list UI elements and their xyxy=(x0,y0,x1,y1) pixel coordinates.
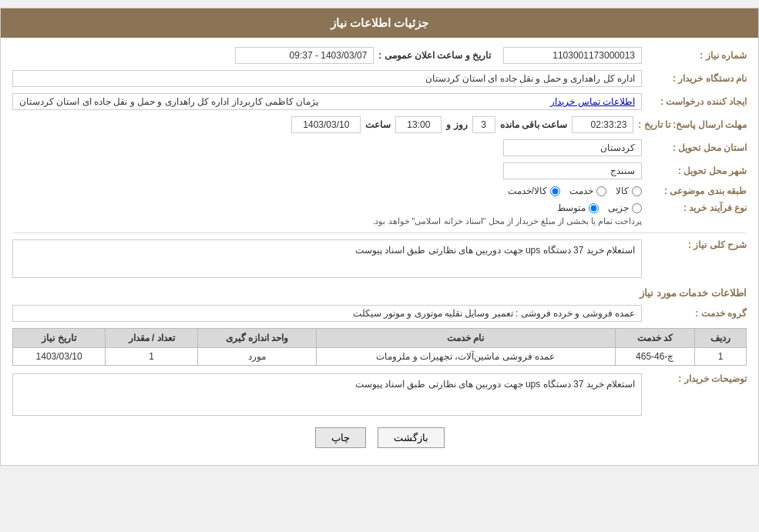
print-button[interactable]: چاپ xyxy=(315,427,366,448)
tabaqe-khedmat-label: خدمت xyxy=(569,186,593,196)
mohlat-label: مهلت ارسال پاسخ: تا تاریخ : xyxy=(638,119,747,130)
tabaqe-label: طبقه بندی موضوعی : xyxy=(646,186,747,196)
tabaqe-kalakhedmat-label: کالا/خدمت xyxy=(508,186,547,196)
table-cell: مورد xyxy=(198,348,317,366)
col-vahed: واحد اندازه گیری xyxy=(198,329,317,348)
tarikh-label: تاریخ و ساعت اعلان عمومی : xyxy=(378,50,491,61)
tozihat-value: استعلام خرید 37 دستگاه ups جهت دوربین ها… xyxy=(12,373,642,416)
table-cell: چ-46-465 xyxy=(615,348,694,366)
table-cell: عمده فروشی ماشین‌آلات، تجهیزات و ملزومات xyxy=(316,348,615,366)
table-cell: 1403/03/10 xyxy=(13,348,106,366)
baghimande-value: 02:33:23 xyxy=(572,116,633,133)
tabaqe-khedmat-item: خدمت xyxy=(569,186,606,196)
noe-note: پرداخت تمام یا بخشی از مبلغ خریدار از مح… xyxy=(12,216,642,226)
sharh-value: استعلام خرید 37 دستگاه ups جهت دوربین ها… xyxy=(12,239,642,278)
table-row: 1چ-46-465عمده فروشی ماشین‌آلات، تجهیزات … xyxy=(13,348,747,366)
col-name: نام خدمت xyxy=(316,329,615,348)
back-button[interactable]: بازگشت xyxy=(378,427,445,448)
col-tarikh: تاریخ نیاز xyxy=(13,329,106,348)
ijadKonande-label: ایجاد کننده درخواست : xyxy=(646,96,747,107)
table-cell: 1 xyxy=(694,348,746,366)
ostan-value: کردستان xyxy=(503,139,642,156)
baghimande-label: ساعت باقی مانده xyxy=(500,119,568,130)
table-cell: 1 xyxy=(106,348,198,366)
noe-jazii-label: جزیی xyxy=(608,202,629,213)
namdastgah-value: اداره کل راهداری و حمل و نقل جاده ای است… xyxy=(12,70,642,87)
noe-jazii-radio[interactable] xyxy=(632,203,642,213)
tabaqe-kala-radio[interactable] xyxy=(632,186,642,196)
services-table-container: ردیف کد خدمت نام خدمت واحد اندازه گیری ت… xyxy=(12,328,747,366)
etelaat-link[interactable]: اطلاعات تماس خریدار xyxy=(550,96,635,107)
shahr-label: شهر محل تحویل : xyxy=(646,166,747,176)
grohe-label: گروه خدمت : xyxy=(646,308,747,319)
tabaqe-khedmat-radio[interactable] xyxy=(596,186,606,196)
sharh-label: شرح کلی نیاز : xyxy=(646,239,747,250)
tabaqe-kala-item: کالا xyxy=(616,186,642,196)
ijadKonande-value: پژمان کاظمی کاربرداز اداره کل راهداری و … xyxy=(19,96,318,107)
noe-jazii-item: جزیی xyxy=(608,202,642,213)
col-kod: کد خدمت xyxy=(615,329,694,348)
noe-motevaset-label: متوسط xyxy=(557,202,586,213)
col-radif: ردیف xyxy=(694,329,746,348)
tarikh-value: 1403/03/07 - 09:37 xyxy=(235,47,374,64)
noe-motevaset-radio[interactable] xyxy=(589,203,599,213)
rooz-label: روز و xyxy=(446,119,467,130)
saat-label: ساعت xyxy=(365,119,391,130)
grohe-value: عمده فروشی و خرده فروشی : تعمیر وسایل نق… xyxy=(12,305,642,322)
ijadKonande-row: اطلاعات تماس خریدار پژمان کاظمی کاربرداز… xyxy=(12,93,642,110)
tabaqe-kala-label: کالا xyxy=(616,186,629,196)
tabaqe-kalakhedmat-radio[interactable] xyxy=(550,186,560,196)
tabaqe-radio-group: کالا خدمت کالا/خدمت xyxy=(12,186,642,196)
ostan-label: استان محل تحویل : xyxy=(646,142,747,153)
namdastgah-label: نام دستگاه خریدار : xyxy=(646,73,747,84)
shahr-value: سنندج xyxy=(503,162,642,179)
noe-label: نوع فرآیند خرید : xyxy=(646,202,747,213)
services-table: ردیف کد خدمت نام خدمت واحد اندازه گیری ت… xyxy=(12,328,747,366)
saat-value: 13:00 xyxy=(395,116,442,133)
rooz-value: 3 xyxy=(472,116,495,133)
col-tedad: تعداد / مقدار xyxy=(106,329,198,348)
noe-motevaset-item: متوسط xyxy=(557,202,599,213)
buttons-row: بازگشت چاپ xyxy=(12,427,747,448)
date-value: 1403/03/10 xyxy=(291,116,361,133)
shomareNiaz-label: شماره نیاز : xyxy=(646,50,747,61)
shomareNiaz-value: 1103001173000013 xyxy=(503,47,642,64)
tabaqe-kalakhedmat-item: کالا/خدمت xyxy=(508,186,560,196)
page-title: جزئیات اطلاعات نیاز xyxy=(1,8,758,38)
tozihat-label: توضیحات خریدار : xyxy=(646,373,747,384)
khadamat-section-title: اطلاعات خدمات مورد نیاز xyxy=(12,287,747,299)
